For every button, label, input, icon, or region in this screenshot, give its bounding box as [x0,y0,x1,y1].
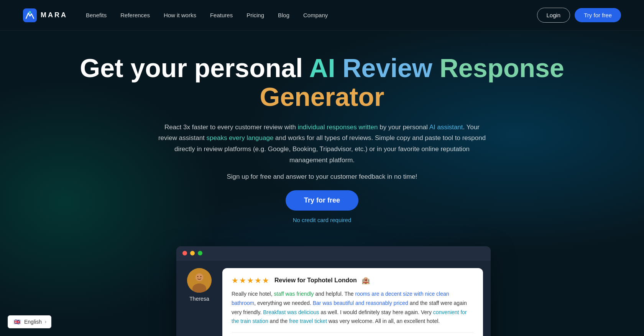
nav-blog[interactable]: Blog [278,12,289,18]
subtitle-ai-link: AI assistant [429,124,463,131]
chevron-right-icon: › [45,319,46,324]
review-card: ★★★★★ Review for Tophotel London 🏨 Reall… [222,268,483,336]
hotel-icon: 🏨 [361,276,370,285]
nav-features[interactable]: Features [210,12,233,18]
nav-benefits[interactable]: Benefits [86,12,107,18]
language-bar[interactable]: 🇬🇧 English › [8,315,51,328]
review-t1: Really nice hotel, [232,291,274,297]
nav-references[interactable]: References [120,12,150,18]
review-stars: ★★★★★ [232,276,270,285]
subtitle-text-3: . Your [463,124,480,131]
window-maximize-dot [198,251,202,255]
reviewer-name: Theresa [189,296,209,302]
subtitle-text-7: management platform. [289,156,355,164]
svg-point-7 [200,276,202,277]
subtitle-text-6: directly in review platforms (e.g. Googl… [174,145,470,153]
subtitle-link-1: individual responses written [298,124,378,131]
browser-window: Theresa ★★★★★ Review for Tophotel London… [176,246,491,336]
svg-point-5 [196,273,203,281]
review-h3: Bar was beautiful and reasonably priced [313,300,408,306]
nav-pricing[interactable]: Pricing [246,12,264,18]
logo-text: MARA [41,11,67,19]
login-button[interactable]: Login [537,8,570,23]
subtitle-text-5: and works for all types of reviews. Simp… [273,134,486,142]
navbar: MARA Benefits References How it works Fe… [0,0,644,31]
hero-subtitle-1: React 3x faster to every customer review… [157,122,487,166]
review-t2: and helpful. The [314,291,355,297]
nav-try-button[interactable]: Try for free [575,8,621,22]
review-h6: free travel ticket [289,318,327,324]
subtitle-text-1: React 3x faster to every customer review… [164,124,298,131]
no-credit-text: No credit card required [77,217,567,223]
reviewer-profile: Theresa [184,268,215,302]
review-t3: , everything we needed. [254,300,313,306]
cta-container: Try for free No credit card required [77,190,567,223]
logo[interactable]: MARA [23,8,67,22]
subtitle-link-2: speaks every language [207,134,274,142]
window-close-dot [182,251,187,255]
hero-title-prefix: Get your personal [80,53,309,82]
subtitle-text-2: by your personal [378,124,429,131]
review-header: ★★★★★ Review for Tophotel London 🏨 [232,276,474,285]
svg-point-1 [29,11,31,13]
review-h1: staff was friendly [274,291,314,297]
nav-company[interactable]: Company [303,12,328,18]
navbar-right: Login Try for free [537,8,621,23]
review-title: Review for Tophotel London [274,277,357,284]
nav-links: Benefits References How it works Feature… [86,12,328,19]
hero-section: Get your personal AI Review Response Gen… [0,31,644,239]
language-flag: 🇬🇧 [13,319,21,325]
review-t7: was very welcome. All in all, an excelle… [327,318,440,324]
hero-cta-button[interactable]: Try for free [286,190,358,211]
demo-section: Theresa ★★★★★ Review for Tophotel London… [0,246,644,336]
navbar-left: MARA Benefits References How it works Fe… [23,8,328,22]
browser-bar [176,246,491,260]
hero-subtitle-2: Sign up for free and answer to your cust… [157,171,487,183]
avatar [187,268,212,293]
language-label: English [24,319,42,325]
review-area: Theresa ★★★★★ Review for Tophotel London… [176,260,491,336]
hero-title-response: Response [440,53,564,82]
svg-point-6 [197,276,199,277]
subtitle-text-4: review assistant [158,134,207,142]
hero-title-ai: AI [309,53,335,82]
hero-title-review: Review [342,53,432,82]
hero-title-generator: Generator [260,82,384,111]
review-text: Really nice hotel, staff was friendly an… [232,290,474,326]
review-h4: Breakfast was delicious [263,309,319,315]
subtitle-signup: Sign up for free and answer to your cust… [227,173,417,180]
review-t6: and the [268,318,289,324]
ai-response-bar: ↩ Your AI response proposal Regenerate ✨ [232,332,474,336]
nav-how-it-works[interactable]: How it works [164,12,196,18]
window-minimize-dot [190,251,195,255]
review-t5: as well. I would definitely stay here ag… [319,309,433,315]
hero-title: Get your personal AI Review Response Gen… [77,54,567,111]
logo-icon [23,8,37,22]
